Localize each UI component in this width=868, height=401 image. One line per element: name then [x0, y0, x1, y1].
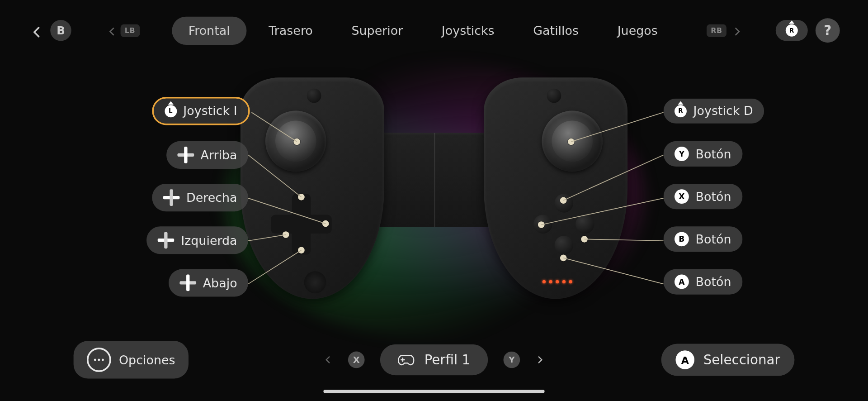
y-icon: Y	[675, 147, 689, 161]
tab-trasero[interactable]: Trasero	[252, 16, 330, 44]
label-dpad-down-text: Abajo	[203, 276, 237, 290]
tab-juegos[interactable]: Juegos	[601, 16, 674, 44]
dpad-up-icon	[177, 147, 194, 163]
home-indicator	[323, 390, 544, 393]
label-btn-x[interactable]: X Botón	[664, 184, 742, 209]
label-dpad-left[interactable]: Izquierda	[146, 226, 248, 254]
tab-frontal[interactable]: Frontal	[172, 16, 246, 44]
back-hint-b: B	[50, 20, 71, 41]
profile-prev-icon[interactable]	[324, 355, 333, 364]
dpad-down-icon	[179, 275, 196, 291]
profile-label: Perfil 1	[425, 352, 470, 368]
select-label: Seleccionar	[703, 352, 780, 368]
options-button[interactable]: Opciones	[74, 341, 189, 378]
label-joystick-r-text: Joystick D	[693, 104, 753, 118]
tabs-prev-icon[interactable]	[107, 27, 115, 34]
tab-gatillos[interactable]: Gatillos	[517, 16, 595, 44]
label-dpad-right-text: Derecha	[186, 191, 237, 205]
tabs-next-icon[interactable]	[732, 27, 740, 34]
controller-diagram	[241, 77, 627, 315]
label-btn-a[interactable]: A Botón	[664, 269, 742, 294]
dpad-right-icon	[163, 189, 180, 206]
right-stick-pill[interactable]: R	[776, 20, 808, 41]
tab-superior[interactable]: Superior	[335, 16, 420, 44]
select-a-icon: A	[675, 350, 694, 369]
tab-joysticks[interactable]: Joysticks	[425, 16, 511, 44]
label-btn-y[interactable]: Y Botón	[664, 141, 742, 167]
joystick-r-icon: R	[786, 24, 798, 37]
joystick-r-label-icon: R	[675, 105, 687, 117]
label-dpad-left-text: Izquierda	[181, 233, 237, 247]
label-btn-y-text: Botón	[695, 147, 731, 161]
label-btn-x-text: Botón	[695, 190, 731, 204]
b-icon: B	[675, 232, 689, 246]
help-button[interactable]: ?	[816, 18, 840, 43]
x-icon: X	[675, 189, 689, 204]
label-dpad-up-text: Arriba	[201, 148, 237, 162]
label-dpad-up[interactable]: Arriba	[166, 141, 248, 169]
options-icon	[87, 348, 111, 372]
a-icon: A	[675, 275, 689, 289]
profile-chip[interactable]: Perfil 1	[380, 344, 488, 375]
dpad-left-icon	[158, 232, 175, 248]
label-joystick-r[interactable]: R Joystick D	[664, 99, 764, 124]
gamepad-icon	[398, 353, 415, 366]
profile-next-icon[interactable]	[535, 355, 544, 364]
label-btn-b[interactable]: B Botón	[664, 226, 742, 252]
select-button[interactable]: A Seleccionar	[661, 344, 795, 376]
joystick-l-icon: L	[165, 105, 177, 117]
label-btn-a-text: Botón	[695, 275, 731, 289]
label-btn-b-text: Botón	[695, 232, 731, 246]
profile-next-hint: Y	[503, 352, 520, 368]
rb-badge: RB	[706, 24, 726, 37]
profile-prev-hint: X	[348, 352, 365, 368]
label-dpad-down[interactable]: Abajo	[169, 269, 248, 296]
label-dpad-right[interactable]: Derecha	[152, 184, 248, 211]
tabs-row: LB Frontal Trasero Superior Joysticks Ga…	[71, 16, 776, 44]
label-joystick-l-text: Joystick I	[183, 104, 237, 118]
options-label: Opciones	[119, 353, 175, 367]
profile-switcher: X Perfil 1 Y	[324, 344, 544, 375]
label-joystick-l[interactable]: L Joystick I	[153, 99, 248, 124]
back-button[interactable]	[30, 25, 40, 35]
lb-badge: LB	[120, 24, 140, 37]
